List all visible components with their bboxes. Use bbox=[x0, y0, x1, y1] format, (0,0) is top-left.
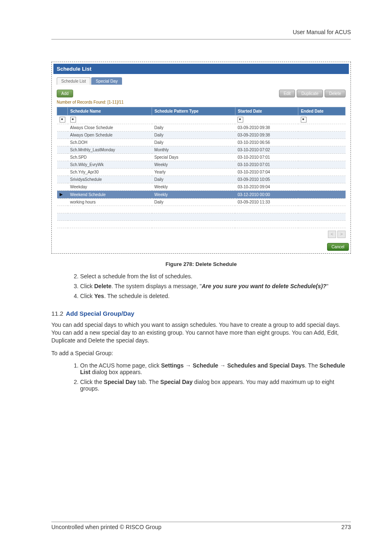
table-cell: Sch.DOH bbox=[68, 139, 152, 146]
add-button[interactable]: Add bbox=[57, 90, 73, 97]
list-item: Click the Special Day tab. The Special D… bbox=[80, 379, 351, 392]
edit-button[interactable]: Edit bbox=[279, 90, 295, 97]
table-cell: Weekday bbox=[68, 183, 152, 191]
table-cell: 03-12-2010 00:00 bbox=[235, 191, 298, 199]
table-cell: Daily bbox=[152, 176, 235, 183]
list-item: Click Yes. The schedule is deleted. bbox=[80, 293, 351, 299]
col-pattern-type[interactable]: Schedule Pattern Type bbox=[152, 107, 235, 116]
pager: < > bbox=[57, 228, 346, 238]
schedule-list-screenshot: Schedule List Schedule List Special Day … bbox=[51, 62, 351, 254]
table-row-empty bbox=[57, 221, 346, 228]
toolbar: Add Edit Duplicate Delete bbox=[57, 90, 346, 97]
table-header-row: Schedule Name Schedule Pattern Type Star… bbox=[57, 107, 346, 116]
table-cell bbox=[298, 132, 346, 139]
table-cell bbox=[298, 154, 346, 161]
table-row[interactable]: WeekdayWeekly03-10-2010 09:04 bbox=[57, 183, 346, 191]
table-cell: Weekly bbox=[152, 183, 235, 191]
paragraph: To add a Special Group: bbox=[51, 349, 351, 357]
table-cell: 03-10-2010 09:04 bbox=[235, 183, 298, 191]
table-cell bbox=[298, 199, 346, 206]
table-cell: working hours bbox=[68, 199, 152, 206]
cancel-button[interactable]: Cancel bbox=[327, 243, 349, 251]
table-cell: Weekly bbox=[152, 161, 235, 169]
table-row[interactable]: Always Open ScheduleDaily03-09-2010 09:3… bbox=[57, 132, 346, 139]
table-row[interactable]: Always Close ScheduleDaily03-09-2010 09:… bbox=[57, 124, 346, 132]
row-selected-icon: ▶ bbox=[60, 192, 65, 197]
pager-next[interactable]: > bbox=[337, 231, 346, 238]
footer-page-number: 273 bbox=[341, 524, 351, 530]
table-cell bbox=[298, 191, 346, 199]
table-cell: SrividyaSchedule bbox=[68, 176, 152, 183]
table-cell: Weekly bbox=[152, 191, 235, 199]
table-cell: Daily bbox=[152, 199, 235, 206]
table-cell bbox=[298, 146, 346, 154]
table-cell: Always Open Schedule bbox=[68, 132, 152, 139]
header-rule bbox=[51, 39, 351, 39]
table-cell: 03-10-2010 07:02 bbox=[235, 146, 298, 154]
col-started-date[interactable]: Started Date bbox=[235, 107, 298, 116]
table-cell: 03-10-2010 06:56 bbox=[235, 139, 298, 146]
page-footer: Uncontrolled when printed © RISCO Group … bbox=[51, 522, 351, 530]
filter-row bbox=[57, 116, 346, 124]
list-item: On the ACUS home page, click Settings → … bbox=[80, 362, 351, 375]
table-cell: 03-09-2010 10:05 bbox=[235, 176, 298, 183]
duplicate-button[interactable]: Duplicate bbox=[297, 90, 323, 97]
schedule-table: Schedule Name Schedule Pattern Type Star… bbox=[57, 107, 346, 228]
table-cell: Sch.Wkly_EvryWk bbox=[68, 161, 152, 169]
table-row[interactable]: SrividyaScheduleDaily03-09-2010 10:05 bbox=[57, 176, 346, 183]
list-item: Select a schedule from the list of sched… bbox=[80, 273, 351, 280]
tab-special-day[interactable]: Special Day bbox=[91, 77, 122, 85]
table-row[interactable]: Sch.DOHDaily03-10-2010 06:56 bbox=[57, 139, 346, 146]
table-row[interactable]: working hoursDaily03-09-2010 11:33 bbox=[57, 199, 346, 206]
table-row-empty bbox=[57, 213, 346, 221]
table-cell: 03-10-2010 07:01 bbox=[235, 154, 298, 161]
records-count: Number of Records Found: [1-11]/11 bbox=[57, 100, 346, 104]
table-cell: 03-09-2010 11:33 bbox=[235, 199, 298, 206]
table-cell: Always Close Schedule bbox=[68, 124, 152, 132]
table-cell bbox=[298, 169, 346, 176]
filter-start-icon[interactable] bbox=[238, 117, 243, 123]
table-cell bbox=[298, 176, 346, 183]
table-cell: Yearly bbox=[152, 169, 235, 176]
tab-bar: Schedule List Special Day bbox=[57, 77, 346, 85]
table-row[interactable]: Sch.SPDSpecial Days03-10-2010 07:01 bbox=[57, 154, 346, 161]
filter-icon[interactable] bbox=[60, 117, 65, 123]
table-row[interactable]: ▶Weekend ScheduleWeekly03-12-2010 00:00 bbox=[57, 191, 346, 199]
col-ended-date[interactable]: Ended Date bbox=[298, 107, 346, 116]
table-cell: Daily bbox=[152, 132, 235, 139]
table-cell: Monthly bbox=[152, 146, 235, 154]
col-schedule-name[interactable]: Schedule Name bbox=[68, 107, 152, 116]
table-row[interactable]: Sch.Wkly_EvryWkWeekly03-10-2010 07:01 bbox=[57, 161, 346, 169]
page-header: User Manual for ACUS bbox=[293, 29, 351, 35]
table-cell: Weekend Schedule bbox=[68, 191, 152, 199]
pager-prev[interactable]: < bbox=[328, 231, 336, 238]
table-cell: Sch.SPD bbox=[68, 154, 152, 161]
delete-button[interactable]: Delete bbox=[325, 90, 346, 97]
table-cell: 03-10-2010 07:01 bbox=[235, 161, 298, 169]
filter-end-icon[interactable] bbox=[301, 117, 307, 123]
table-cell: Sch.Yrly_Apr30 bbox=[68, 169, 152, 176]
table-cell: 03-09-2010 09:38 bbox=[235, 132, 298, 139]
table-cell bbox=[298, 183, 346, 191]
table-cell bbox=[298, 139, 346, 146]
table-cell: Daily bbox=[152, 124, 235, 132]
filter-name-icon[interactable] bbox=[70, 117, 76, 123]
table-cell: Special Days bbox=[152, 154, 235, 161]
table-row[interactable]: Sch.Yrly_Apr30Yearly03-10-2010 07:04 bbox=[57, 169, 346, 176]
table-cell: 03-09-2010 09:38 bbox=[235, 124, 298, 132]
table-row-empty bbox=[57, 206, 346, 213]
list-item: Click Delete. The system displays a mess… bbox=[80, 283, 351, 289]
table-cell: Sch.Mnthly_LastMonday bbox=[68, 146, 152, 154]
table-cell: Daily bbox=[152, 139, 235, 146]
step-list-b: On the ACUS home page, click Settings → … bbox=[51, 362, 351, 392]
figure-caption: Figure 278: Delete Schedule bbox=[51, 261, 351, 267]
step-list-a: Select a schedule from the list of sched… bbox=[51, 273, 351, 299]
paragraph: You can add special days to which you wa… bbox=[51, 321, 351, 345]
section-heading: 11.2Add Special Group/Day bbox=[51, 310, 351, 317]
table-row[interactable]: Sch.Mnthly_LastMondayMonthly03-10-2010 0… bbox=[57, 146, 346, 154]
window-title: Schedule List bbox=[53, 64, 349, 74]
table-cell: 03-10-2010 07:04 bbox=[235, 169, 298, 176]
tab-schedule-list[interactable]: Schedule List bbox=[57, 77, 90, 85]
table-cell bbox=[298, 124, 346, 132]
table-cell bbox=[298, 161, 346, 169]
